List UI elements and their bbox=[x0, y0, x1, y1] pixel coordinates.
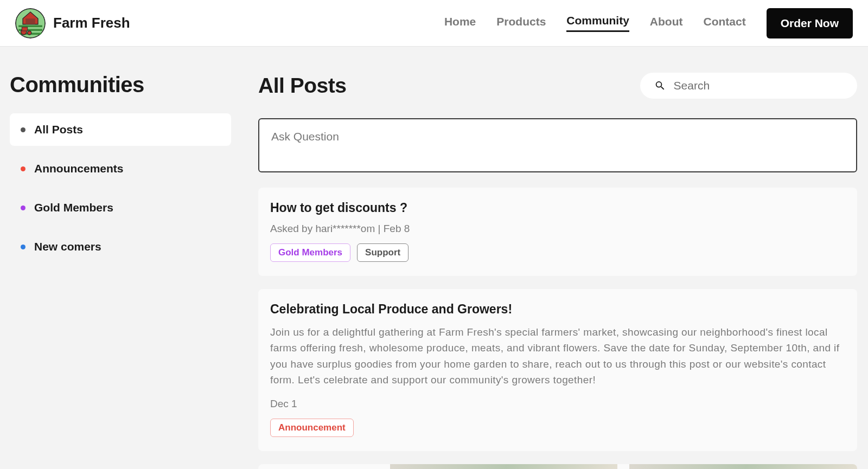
sidebar-title: Communities bbox=[10, 73, 231, 97]
brand[interactable]: Farm Fresh bbox=[15, 8, 130, 38]
post-card[interactable] bbox=[258, 464, 857, 469]
nav-link-contact[interactable]: Contact bbox=[703, 15, 745, 31]
search-box[interactable] bbox=[640, 73, 857, 99]
post-tags: Announcement bbox=[270, 419, 845, 437]
sidebar-item-label: Announcements bbox=[34, 162, 124, 175]
nav-link-about[interactable]: About bbox=[650, 15, 683, 31]
main-content: All Posts Ask Question How to get discou… bbox=[258, 73, 868, 469]
site-header: Farm Fresh Home Products Community About… bbox=[0, 0, 868, 47]
ask-question-input[interactable]: Ask Question bbox=[258, 118, 857, 172]
svg-rect-7 bbox=[22, 27, 28, 31]
nav-link-products[interactable]: Products bbox=[496, 15, 546, 31]
nav-link-home[interactable]: Home bbox=[444, 15, 476, 31]
sidebar-item-label: All Posts bbox=[34, 123, 83, 136]
post-meta: Asked by hari*******om | Feb 8 bbox=[270, 223, 845, 235]
post-card[interactable]: Celebrating Local Produce and Growers! J… bbox=[258, 289, 857, 451]
sidebar-item-label: Gold Members bbox=[34, 201, 113, 214]
tag-announcement[interactable]: Announcement bbox=[270, 419, 354, 437]
tag-support[interactable]: Support bbox=[357, 243, 409, 262]
brand-logo-icon bbox=[15, 8, 46, 38]
sidebar-item-new-comers[interactable]: New comers bbox=[10, 230, 231, 263]
post-meta: Dec 1 bbox=[270, 398, 845, 410]
nav-link-community[interactable]: Community bbox=[566, 14, 629, 32]
sidebar-item-all-posts[interactable]: All Posts bbox=[10, 113, 231, 146]
search-icon bbox=[654, 79, 666, 92]
dot-icon bbox=[21, 245, 25, 249]
dot-icon bbox=[21, 166, 25, 171]
dot-icon bbox=[21, 127, 25, 132]
post-thumbnail-icon bbox=[629, 464, 857, 469]
post-card[interactable]: How to get discounts ? Asked by hari****… bbox=[258, 188, 857, 276]
post-title: Celebrating Local Produce and Growers! bbox=[270, 302, 845, 317]
sidebar-item-announcements[interactable]: Announcements bbox=[10, 152, 231, 185]
brand-name: Farm Fresh bbox=[53, 15, 130, 31]
search-input[interactable] bbox=[674, 79, 843, 92]
dot-icon bbox=[21, 205, 25, 210]
svg-point-6 bbox=[28, 31, 31, 35]
sidebar-item-label: New comers bbox=[34, 240, 101, 253]
ask-question-placeholder: Ask Question bbox=[271, 130, 339, 143]
post-body: Join us for a delightful gathering at Fa… bbox=[270, 324, 845, 388]
post-title: How to get discounts ? bbox=[270, 201, 845, 215]
post-thumbnail-icon bbox=[390, 464, 618, 469]
order-now-button[interactable]: Order Now bbox=[767, 8, 853, 38]
primary-nav: Home Products Community About Contact Or… bbox=[444, 8, 853, 38]
communities-sidebar: Communities All Posts Announcements Gold… bbox=[10, 73, 231, 469]
tag-gold-members[interactable]: Gold Members bbox=[270, 243, 350, 262]
post-tags: Gold Members Support bbox=[270, 243, 845, 262]
svg-rect-1 bbox=[18, 25, 42, 27]
svg-rect-4 bbox=[25, 18, 35, 24]
sidebar-item-gold-members[interactable]: Gold Members bbox=[10, 191, 231, 224]
page-title: All Posts bbox=[258, 74, 346, 98]
